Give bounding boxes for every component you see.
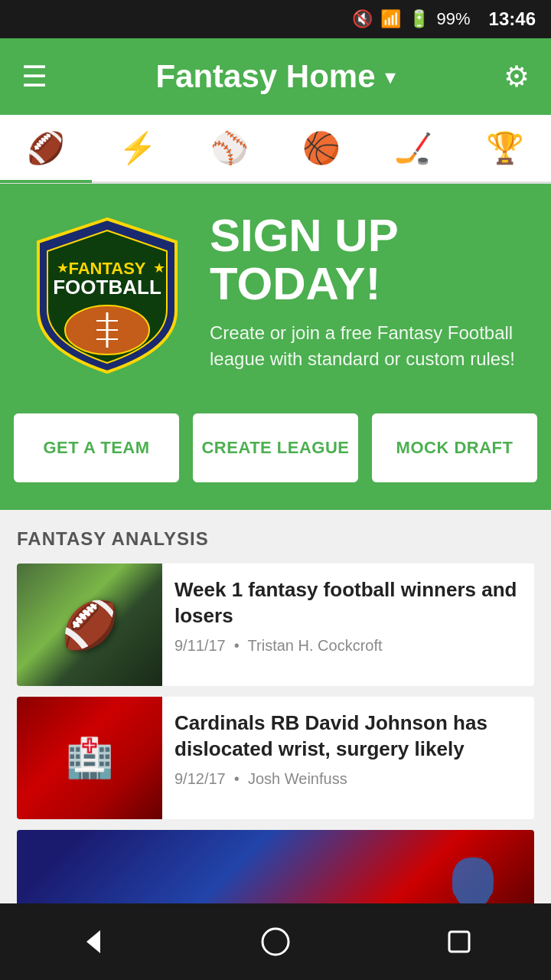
action-buttons-row: GET A TEAM CREATE LEAGUE MOCK DRAFT [0,413,551,510]
tab-hockey[interactable]: 🏒 [367,114,459,183]
article-2-headline: Cardinals RB David Johnson has dislocate… [174,710,522,763]
battery-icon: 🔋 [409,9,429,29]
create-league-button[interactable]: CREATE LEAGUE [193,413,358,482]
signup-banner: FANTASY FOOTBALL ★ ★ SIGN UP TODAY! Crea… [0,184,551,413]
basketball-icon: 🏀 [302,130,341,166]
football-icon: 🏈 [27,130,65,166]
article-2-content: Cardinals RB David Johnson has dislocate… [162,697,534,819]
article-1-headline: Week 1 fantasy football winners and lose… [174,577,522,629]
baseball-icon: ⚾ [210,130,249,166]
tab-baseball[interactable]: ⚾ [184,114,276,183]
signup-subtext: Create or join a free Fantasy Football l… [210,320,528,371]
page-title: Fantasy Home [155,58,375,95]
hamburger-menu-icon[interactable]: ☰ [21,60,47,93]
bottom-navigation [0,903,551,980]
battery-percent: 99% [437,9,471,29]
sports-tabs-bar: 🏈 ⚡ ⚾ 🏀 🏒 🏆 [0,115,551,184]
article-card-2[interactable]: Cardinals RB David Johnson has dislocate… [17,697,534,819]
home-button[interactable] [245,919,306,965]
svg-text:★: ★ [57,260,69,276]
article-1-image [17,564,162,686]
recent-apps-button[interactable] [429,919,490,965]
tab-trophy[interactable]: 🏆 [459,114,551,183]
fantasy-football-logo: FANTASY FOOTBALL ★ ★ [23,211,191,383]
hockey-icon: 🏒 [394,130,432,166]
svg-marker-9 [86,930,100,953]
dropdown-chevron-icon: ▾ [385,64,396,90]
status-bar: 🔇 📶 🔋 99% 13:46 [0,0,551,38]
settings-icon[interactable]: ⚙ [504,60,530,93]
tab-football[interactable]: 🏈 [0,114,92,183]
article-card-1[interactable]: Week 1 fantasy football winners and lose… [17,564,534,686]
tab-lightning[interactable]: ⚡ [92,114,184,183]
signup-text-area: SIGN UP TODAY! Create or join a free Fan… [210,211,528,371]
article-2-meta: 9/12/17 • Josh Weinfuss [174,770,522,788]
get-team-button[interactable]: GET A TEAM [14,413,179,482]
article-1-meta: 9/11/17 • Tristan H. Cockcroft [174,637,522,655]
tab-basketball[interactable]: 🏀 [276,114,367,183]
signup-headline: SIGN UP TODAY! [210,211,528,308]
mute-icon: 🔇 [352,9,373,29]
fantasy-analysis-section: FANTASY ANALYSIS Week 1 fantasy football… [0,510,551,952]
title-area[interactable]: Fantasy Home ▾ [155,58,395,95]
svg-rect-11 [449,932,469,952]
analysis-section-title: FANTASY ANALYSIS [17,528,534,550]
status-icons: 🔇 📶 🔋 99% [352,9,471,29]
wifi-icon: 📶 [380,9,401,29]
trophy-icon: 🏆 [486,130,524,166]
back-button[interactable] [61,919,122,965]
top-navbar: ☰ Fantasy Home ▾ ⚙ [0,38,551,115]
svg-text:★: ★ [153,260,165,276]
article-2-image [17,697,162,819]
svg-point-10 [262,929,289,955]
svg-text:FOOTBALL: FOOTBALL [53,276,161,299]
mock-draft-button[interactable]: MOCK DRAFT [372,413,537,482]
article-1-content: Week 1 fantasy football winners and lose… [162,564,534,686]
clock: 13:46 [489,8,536,30]
lightning-icon: ⚡ [119,130,157,166]
